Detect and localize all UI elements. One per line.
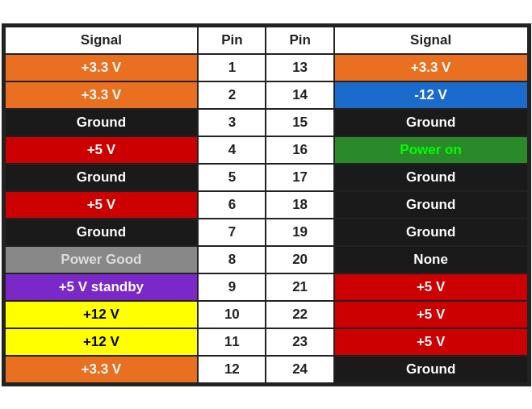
- signal-right-cell: +5 V: [334, 328, 528, 356]
- pin-left-cell: 9: [198, 273, 266, 301]
- pin-left-cell: 11: [198, 328, 266, 356]
- pin-left-cell: 8: [198, 246, 266, 273]
- pin-left-cell: 6: [198, 191, 266, 219]
- signal-right-cell: None: [334, 246, 528, 273]
- table-row: +3.3 V214-12 V: [5, 81, 528, 109]
- pin-right-cell: 23: [266, 328, 333, 356]
- pin-left-cell: 12: [198, 356, 266, 383]
- table-row: +5 V416Power on: [5, 136, 528, 164]
- pin-right-cell: 18: [266, 191, 333, 219]
- pin-right-cell: 13: [266, 54, 333, 81]
- signal-right-cell: Ground: [334, 191, 528, 219]
- signal-right-cell: +3.3 V: [334, 54, 528, 81]
- table-row: Ground719Ground: [5, 219, 528, 246]
- pin-left-cell: 7: [198, 219, 266, 246]
- pin-left-cell: 4: [198, 136, 266, 164]
- signal-right-cell: Ground: [334, 164, 528, 191]
- signal-left-cell: Ground: [5, 219, 199, 246]
- signal-left-cell: +12 V: [5, 301, 199, 328]
- signal-left-cell: +5 V: [5, 191, 199, 219]
- table-row: +12 V1123+5 V: [5, 328, 528, 356]
- pin-right-cell: 16: [266, 136, 333, 164]
- signal-right-cell: +5 V: [334, 301, 528, 328]
- signal-left-cell: Power Good: [5, 246, 199, 273]
- signal-right-cell: -12 V: [334, 81, 528, 109]
- table-row: +3.3 V113+3.3 V: [5, 54, 528, 81]
- signal-right-cell: Power on: [334, 136, 528, 164]
- signal-left-cell: Ground: [5, 164, 199, 191]
- header-pin-right: Pin: [266, 27, 333, 54]
- signal-left-cell: +3.3 V: [5, 54, 199, 81]
- pin-right-cell: 19: [266, 219, 333, 246]
- table-row: Ground517Ground: [5, 164, 528, 191]
- atx-connector-table: Signal Pin Pin Signal +3.3 V113+3.3 V+3.…: [2, 23, 531, 386]
- signal-left-cell: +3.3 V: [5, 356, 199, 383]
- pin-right-cell: 15: [266, 109, 333, 136]
- table-row: Ground315Ground: [5, 109, 528, 136]
- signal-right-cell: +5 V: [334, 273, 528, 301]
- signal-left-cell: +5 V: [5, 136, 199, 164]
- pin-right-cell: 24: [266, 356, 333, 383]
- pin-left-cell: 1: [198, 54, 266, 81]
- signal-right-cell: Ground: [334, 356, 528, 383]
- pin-left-cell: 5: [198, 164, 266, 191]
- pin-right-cell: 22: [266, 301, 333, 328]
- table-row: Power Good820None: [5, 246, 528, 273]
- table-row: +5 V618Ground: [5, 191, 528, 219]
- pin-left-cell: 3: [198, 109, 266, 136]
- pin-left-cell: 2: [198, 81, 266, 109]
- signal-left-cell: +12 V: [5, 328, 199, 356]
- table-row: +5 V standby921+5 V: [5, 273, 528, 301]
- pin-right-cell: 17: [266, 164, 333, 191]
- header-signal-left: Signal: [5, 27, 199, 54]
- signal-right-cell: Ground: [334, 219, 528, 246]
- header-pin-left: Pin: [198, 27, 266, 54]
- pin-right-cell: 21: [266, 273, 333, 301]
- table-row: +3.3 V1224Ground: [5, 356, 528, 383]
- signal-right-cell: Ground: [334, 109, 528, 136]
- header-signal-right: Signal: [334, 27, 528, 54]
- signal-left-cell: +3.3 V: [5, 81, 199, 109]
- pin-right-cell: 20: [266, 246, 333, 273]
- pin-left-cell: 10: [198, 301, 266, 328]
- table-row: +12 V1022+5 V: [5, 301, 528, 328]
- signal-left-cell: Ground: [5, 109, 199, 136]
- pin-right-cell: 14: [266, 81, 333, 109]
- signal-left-cell: +5 V standby: [5, 273, 199, 301]
